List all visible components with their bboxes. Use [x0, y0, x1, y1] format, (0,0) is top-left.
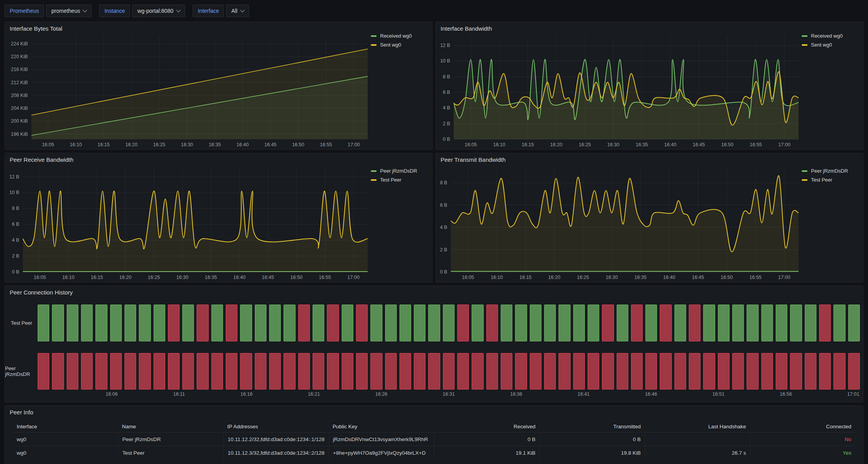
legend-label: Sent wg0 [811, 42, 832, 48]
datasource-value: prometheus [51, 8, 80, 14]
panel-title[interactable]: Interface Bytes Total [10, 25, 62, 32]
legend-label: Received wg0 [380, 33, 412, 39]
panel-title[interactable]: Peer Receive Bandwidth [10, 156, 73, 163]
table-header-cell[interactable]: Last Handshake [645, 421, 750, 432]
state-bar-down [660, 305, 671, 341]
state-bar-down [486, 353, 498, 390]
axis-tick-label: 16:11 [173, 391, 185, 397]
state-bar-up [530, 305, 541, 341]
state-bar-down [226, 305, 237, 341]
axis-tick-label: 212 KiB [11, 80, 28, 85]
panel-interface-bandwidth: Interface Bandwidth 0 B2 B4 B6 B8 B10 B1… [436, 22, 863, 150]
state-bar-up [515, 305, 527, 341]
state-bar-down [139, 353, 150, 390]
state-bar-down [602, 305, 614, 341]
state-bar-up [718, 305, 730, 341]
legend-label: Peer jRzmDsDR [380, 168, 417, 174]
state-bar-down [226, 353, 237, 390]
axis-tick-label: 16:10 [493, 142, 505, 147]
state-bar-down [588, 353, 599, 390]
axis-tick-label: 4 B [443, 105, 450, 111]
panel-peer-connection-history: Peer Connection History Test Peer Peer j… [5, 286, 863, 402]
legend-label: Received wg0 [811, 33, 843, 39]
table-header-cell[interactable]: IP Addresses [223, 421, 329, 432]
axis-tick-label: 2 B [443, 121, 450, 126]
chevron-down-icon [176, 8, 180, 12]
time-series-chart[interactable]: 196 KiB200 KiB204 KiB208 KiB212 KiB216 K… [5, 32, 371, 149]
table-header-cell[interactable]: Transmitted [539, 421, 645, 432]
table-header-cell[interactable]: Interface [13, 421, 118, 432]
timeline-row: Peer jRzmDsDR [5, 353, 860, 390]
state-bar-down [269, 353, 281, 390]
legend-item[interactable]: Sent wg0 [802, 42, 863, 48]
series-fill [23, 191, 368, 272]
state-bar-down [486, 305, 498, 341]
axis-tick-label: 4 B [12, 237, 19, 243]
panel-title[interactable]: Peer Connection History [10, 289, 73, 296]
legend-item[interactable]: Received wg0 [802, 33, 863, 39]
axis-tick-label: 16:20 [125, 142, 137, 147]
axis-tick-label: 16:25 [148, 275, 160, 280]
table-header-cell[interactable]: Name [118, 421, 224, 432]
axis-tick-label: 16:56 [780, 391, 792, 397]
instance-select[interactable]: wg-portal:8080 [132, 5, 185, 17]
state-bar-down [558, 353, 570, 390]
table-cell: 0 B [434, 433, 539, 446]
state-bar-down [284, 353, 295, 390]
panel-title[interactable]: Interface Bandwidth [441, 25, 492, 32]
axis-tick-label: 196 KiB [11, 132, 28, 137]
legend-swatch-icon [802, 170, 807, 172]
legend-swatch-icon [371, 35, 377, 37]
legend: Peer jRzmDsDR Test Peer [802, 163, 863, 282]
table-header-row: InterfaceNameIP AddressesPublic KeyRecei… [13, 421, 855, 432]
legend-item[interactable]: Peer jRzmDsDR [802, 168, 863, 174]
axis-tick-label: 2 B [12, 253, 19, 259]
state-bar-up [790, 305, 802, 341]
axis-tick-label: 16:40 [237, 142, 249, 147]
panel-title[interactable]: Peer Info [10, 409, 33, 416]
datasource-select[interactable]: prometheus [46, 5, 92, 17]
time-series-chart[interactable]: 0 B2 B4 B6 B8 B16:0516:1016:1516:2016:25… [436, 163, 802, 282]
state-bar-down [211, 353, 223, 390]
panel-title[interactable]: Peer Transmit Bandwidth [441, 156, 506, 163]
state-bar-up [139, 305, 150, 341]
state-bar-up [342, 305, 353, 341]
time-series-chart[interactable]: 0 B2 B4 B6 B8 B10 B12 B16:0516:1016:1516… [436, 32, 802, 149]
table-header-cell[interactable]: Public Key [329, 421, 434, 432]
state-bar-up [776, 305, 787, 341]
state-bar-up [284, 305, 295, 341]
axis-tick-label: 16:05 [34, 275, 46, 280]
interface-label: Interface [193, 5, 224, 17]
legend: Peer jRzmDsDR Test Peer [371, 163, 432, 282]
axis-tick-label: 16:15 [522, 142, 534, 147]
state-bar-down [342, 353, 353, 390]
legend: Received wg0 Sent wg0 [371, 32, 432, 149]
legend-item[interactable]: Test Peer [371, 177, 432, 183]
axis-tick-label: 8 B [12, 206, 19, 211]
state-bar-down [602, 353, 614, 390]
state-bar-down [327, 353, 339, 390]
legend-item[interactable]: Sent wg0 [371, 42, 432, 48]
legend-item[interactable]: Peer jRzmDsDR [371, 168, 432, 174]
timeline-row-label: Peer jRzmDsDR [5, 353, 38, 390]
axis-tick-label: 16:50 [721, 275, 733, 280]
interface-select[interactable]: All [226, 5, 249, 17]
legend-item[interactable]: Test Peer [802, 177, 863, 183]
table-header-cell[interactable]: Connected [750, 421, 856, 432]
state-bar-down [790, 353, 802, 390]
table-cell: wg0 [13, 433, 118, 446]
state-bar-down [515, 353, 527, 390]
axis-tick-label: 16:35 [636, 142, 648, 147]
table-cell [645, 433, 750, 446]
state-bar-up [558, 305, 570, 341]
axis-tick-label: 16:15 [519, 275, 531, 280]
state-bar-down [356, 305, 368, 341]
state-bar-up [81, 305, 93, 341]
time-series-chart[interactable]: 0 B2 B4 B6 B8 B10 B12 B16:0516:1016:1516… [5, 163, 371, 282]
table-header-cell[interactable]: Received [434, 421, 539, 432]
legend-item[interactable]: Received wg0 [371, 33, 432, 39]
axis-tick-label: 4 B [440, 225, 447, 230]
state-bar-down [154, 353, 165, 390]
state-bar-up [269, 305, 281, 341]
interface-value: All [231, 8, 237, 14]
